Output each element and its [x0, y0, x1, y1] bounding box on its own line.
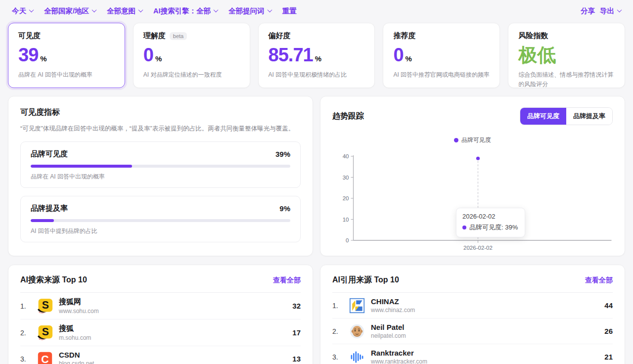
card-description: AI 回答中推荐官网或电商链接的频率: [393, 70, 490, 80]
metric-brand-mention-rate: 品牌提及率 9% AI 回答中提到品牌的占比: [20, 196, 301, 242]
toggle-brand-visibility[interactable]: 品牌可见度: [520, 108, 566, 125]
panel-description: “可见度”体现品牌在回答中出现的概率，“提及率”表示被提到的占比。两者共同衡量整…: [20, 124, 301, 134]
filter-label: 全部意图: [107, 6, 136, 16]
source-name: Ranktracker: [371, 349, 604, 357]
card-visibility[interactable]: 可见度 39 % 品牌在 AI 回答中出现的概率: [8, 23, 125, 88]
card-description: 品牌在 AI 回答中出现的概率: [18, 70, 115, 80]
source-domain: neilpatel.com: [371, 332, 604, 339]
tooltip-value: 品牌可见度: 39%: [469, 223, 518, 232]
svg-text:0: 0: [346, 237, 349, 243]
card-risk-index[interactable]: 风险指数 极低 综合负面描述、情感与推荐情况计算的风险评分: [508, 23, 625, 88]
svg-text:S: S: [42, 326, 49, 338]
filter-label: 今天: [12, 6, 26, 16]
chevron-down-icon: [267, 7, 272, 12]
source-count: 17: [292, 328, 301, 337]
metric-description: AI 回答中提到品牌的占比: [31, 227, 290, 235]
rank-label: 1.: [332, 302, 349, 310]
card-recommendation[interactable]: 推荐度 0 % AI 回答中推荐官网或电商链接的频率: [383, 23, 500, 88]
source-row-ranktracker[interactable]: 3. Ranktracker www.ranktracker.com: [332, 344, 613, 364]
trend-chart-canvas[interactable]: 0102030402026-02-02: [332, 150, 613, 255]
panel-title: 趋势跟踪: [332, 111, 364, 122]
panel-title: AI搜索来源 Top 10: [20, 275, 87, 285]
view-all-link[interactable]: 查看全部: [585, 276, 613, 285]
card-unit: %: [40, 54, 46, 63]
source-domain: www.ranktracker.com: [371, 358, 604, 364]
metric-label: 品牌提及率: [31, 204, 68, 213]
card-title: 偏好度: [269, 31, 291, 41]
chevron-down-icon: [617, 7, 622, 12]
reset-button[interactable]: 重置: [282, 6, 297, 16]
rank-label: 3.: [20, 355, 37, 363]
card-value: 0: [143, 46, 153, 64]
source-name: CHINAZ: [371, 297, 604, 306]
card-value: 85.71: [269, 46, 313, 64]
source-count: 32: [292, 302, 301, 310]
trend-tracking-panel: 趋势跟踪 品牌可见度 品牌提及率 品牌可见度 0102030402026-02-…: [320, 96, 625, 256]
rank-label: 2.: [332, 327, 349, 335]
source-count: 26: [604, 327, 613, 335]
source-domain: m.sohu.com: [59, 334, 292, 341]
filter-label: 全部提问词: [228, 6, 265, 16]
card-unit: %: [315, 54, 321, 63]
metric-value: 39%: [275, 150, 290, 158]
stat-cards-row: 可见度 39 % 品牌在 AI 回答中出现的概率 理解度 beta 0 % AI…: [8, 23, 625, 88]
source-row-sohu-www[interactable]: 1. S 搜狐网 www.sohu.com 32: [20, 293, 301, 319]
filter-ai-engine[interactable]: AI搜索引擎：全部: [153, 6, 218, 16]
filter-label: 全部国家/地区: [44, 6, 89, 16]
svg-text:C: C: [41, 354, 48, 364]
metric-brand-visibility: 品牌可见度 39% 品牌在 AI 回答中出现的概率: [20, 141, 301, 188]
source-row-chinaz[interactable]: 1. CHINAZ www.chinaz.com 44: [332, 293, 613, 318]
card-title: 推荐度: [393, 31, 415, 41]
legend-label: 品牌可见度: [461, 136, 491, 144]
chinaz-icon: [349, 298, 365, 314]
neil-patel-avatar: [349, 323, 365, 339]
metric-value: 9%: [279, 204, 290, 213]
source-domain: www.sohu.com: [59, 308, 292, 315]
card-unit: %: [155, 54, 162, 63]
csdn-icon: C: [37, 351, 53, 364]
svg-text:10: 10: [343, 217, 349, 223]
chart-tooltip: 2026-02-02 品牌可见度: 39%: [456, 208, 525, 237]
card-preference[interactable]: 偏好度 85.71 % AI 回答中呈现积极情绪的占比: [258, 23, 375, 88]
ranktracker-icon: [349, 349, 365, 364]
source-count: 21: [604, 353, 613, 361]
ai-citation-sources-panel: AI引用来源 Top 10 查看全部 1. CHINAZ www.chinaz.…: [320, 265, 625, 364]
card-value: 0: [393, 46, 403, 64]
card-value: 39: [18, 46, 38, 64]
svg-text:S: S: [42, 299, 49, 311]
source-row-neilpatel[interactable]: 2. Neil Patel neilpatel.com: [332, 318, 613, 344]
chevron-down-icon: [214, 7, 219, 12]
card-title: 风险指数: [518, 31, 548, 41]
source-count: 13: [292, 355, 301, 363]
source-domain: www.chinaz.com: [371, 307, 604, 314]
source-name: CSDN: [59, 351, 292, 359]
view-all-link[interactable]: 查看全部: [273, 276, 301, 285]
card-unit: %: [406, 54, 412, 63]
card-description: 综合负面描述、情感与推荐情况计算的风险评分: [518, 70, 615, 89]
ai-search-sources-panel: AI搜索来源 Top 10 查看全部 1. S 搜狐网 www.sohu.com…: [8, 265, 313, 364]
tooltip-date: 2026-02-02: [462, 213, 518, 220]
legend-dot-icon: [454, 138, 458, 142]
toggle-brand-mention-rate[interactable]: 品牌提及率: [566, 108, 612, 125]
filter-prompts[interactable]: 全部提问词: [228, 6, 271, 16]
metric-label: 品牌可见度: [31, 149, 68, 159]
share-button[interactable]: 分享: [581, 6, 595, 16]
panel-title: 可见度指标: [20, 107, 301, 118]
source-name: 搜狐网: [59, 297, 292, 307]
source-row-sohu-m[interactable]: 2. S 搜狐 m.sohu.com 17: [20, 319, 301, 346]
card-title: 可见度: [18, 31, 41, 41]
source-row-csdn[interactable]: 3. C CSDN blog.csdn.net 13: [20, 346, 301, 364]
chevron-down-icon: [138, 7, 143, 12]
sohu-icon: S: [37, 298, 53, 314]
filter-intent[interactable]: 全部意图: [107, 6, 142, 16]
visibility-metrics-panel: 可见度指标 “可见度”体现品牌在回答中出现的概率，“提及率”表示被提到的占比。两…: [8, 96, 313, 256]
filter-date-range[interactable]: 今天: [12, 6, 33, 16]
tooltip-series-dot-icon: [462, 226, 466, 229]
panel-title: AI引用来源 Top 10: [332, 275, 399, 285]
export-button[interactable]: 导出: [600, 6, 621, 16]
svg-text:2026-02-02: 2026-02-02: [463, 245, 493, 251]
card-understanding[interactable]: 理解度 beta 0 % AI 对品牌定位描述的一致程度: [133, 23, 250, 88]
sohu-icon: S: [37, 325, 53, 341]
svg-text:30: 30: [343, 175, 349, 181]
filter-country[interactable]: 全部国家/地区: [44, 6, 96, 16]
